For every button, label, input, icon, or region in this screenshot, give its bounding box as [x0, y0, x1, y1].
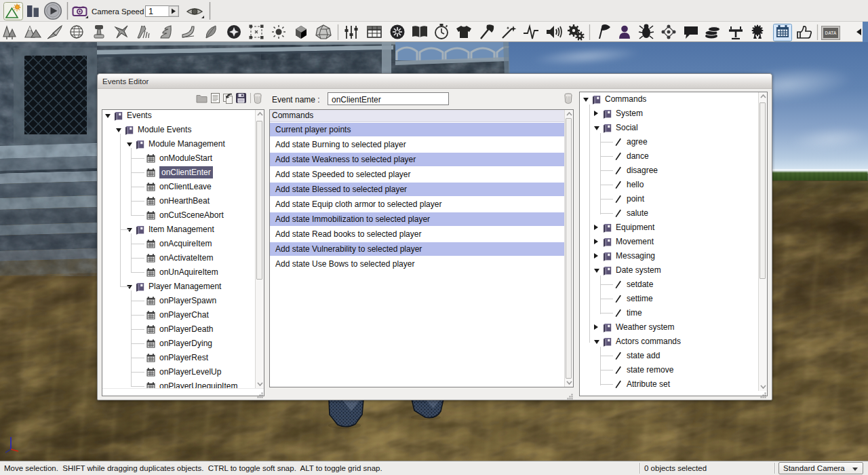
svg-text:DATA: DATA: [825, 31, 836, 35]
svg-text:1: 1: [149, 7, 153, 16]
svg-text:Camera Speed: Camera Speed: [92, 7, 144, 16]
